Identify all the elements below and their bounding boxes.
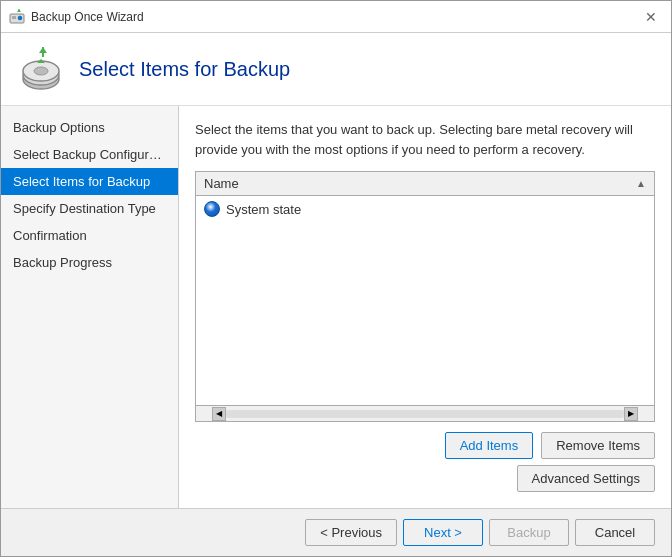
content-area: Backup Options Select Backup Configurat.… bbox=[1, 106, 671, 508]
wizard-header: Select Items for Backup bbox=[1, 33, 671, 106]
horizontal-scrollbar[interactable]: ◀ ▶ bbox=[196, 405, 654, 421]
description-text: Select the items that you want to back u… bbox=[195, 120, 655, 159]
wizard-window: Backup Once Wizard ✕ Select Items for Ba… bbox=[0, 0, 672, 557]
sort-indicator: ▲ bbox=[636, 178, 646, 189]
title-bar: Backup Once Wizard ✕ bbox=[1, 1, 671, 33]
footer: < Previous Next > Backup Cancel bbox=[1, 508, 671, 556]
sidebar: Backup Options Select Backup Configurat.… bbox=[1, 106, 179, 508]
scrollbar-track bbox=[226, 410, 624, 418]
svg-point-8 bbox=[34, 67, 48, 75]
sidebar-item-backup-progress[interactable]: Backup Progress bbox=[1, 249, 178, 276]
sidebar-item-specify-destination[interactable]: Specify Destination Type bbox=[1, 195, 178, 222]
system-state-icon bbox=[204, 201, 220, 217]
list-item[interactable]: System state bbox=[196, 196, 654, 222]
action-buttons-row1: Add Items Remove Items bbox=[195, 432, 655, 459]
advanced-settings-button[interactable]: Advanced Settings bbox=[517, 465, 655, 492]
list-header: Name ▲ bbox=[196, 172, 654, 196]
backup-button[interactable]: Backup bbox=[489, 519, 569, 546]
title-bar-left: Backup Once Wizard bbox=[9, 9, 144, 25]
scroll-left-btn[interactable]: ◀ bbox=[212, 407, 226, 421]
add-items-button[interactable]: Add Items bbox=[445, 432, 534, 459]
sidebar-item-confirmation[interactable]: Confirmation bbox=[1, 222, 178, 249]
title-bar-text: Backup Once Wizard bbox=[31, 10, 144, 24]
app-icon bbox=[9, 9, 25, 25]
close-button[interactable]: ✕ bbox=[639, 5, 663, 29]
system-state-label: System state bbox=[226, 202, 301, 217]
sidebar-item-select-items[interactable]: Select Items for Backup bbox=[1, 168, 178, 195]
sidebar-item-backup-options[interactable]: Backup Options bbox=[1, 114, 178, 141]
list-body: System state bbox=[196, 196, 654, 405]
main-content: Select the items that you want to back u… bbox=[179, 106, 671, 508]
remove-items-button[interactable]: Remove Items bbox=[541, 432, 655, 459]
svg-rect-10 bbox=[42, 47, 44, 57]
svg-rect-1 bbox=[12, 16, 16, 19]
name-column-header: Name bbox=[204, 176, 239, 191]
items-list-container: Name ▲ System state ◀ ▶ bbox=[195, 171, 655, 422]
svg-point-2 bbox=[18, 16, 22, 20]
scroll-right-btn[interactable]: ▶ bbox=[624, 407, 638, 421]
cancel-button[interactable]: Cancel bbox=[575, 519, 655, 546]
sidebar-item-select-backup-config[interactable]: Select Backup Configurat... bbox=[1, 141, 178, 168]
next-button[interactable]: Next > bbox=[403, 519, 483, 546]
previous-button[interactable]: < Previous bbox=[305, 519, 397, 546]
header-icon bbox=[17, 45, 65, 93]
action-buttons-row2: Advanced Settings bbox=[195, 465, 655, 492]
page-title: Select Items for Backup bbox=[79, 58, 290, 81]
